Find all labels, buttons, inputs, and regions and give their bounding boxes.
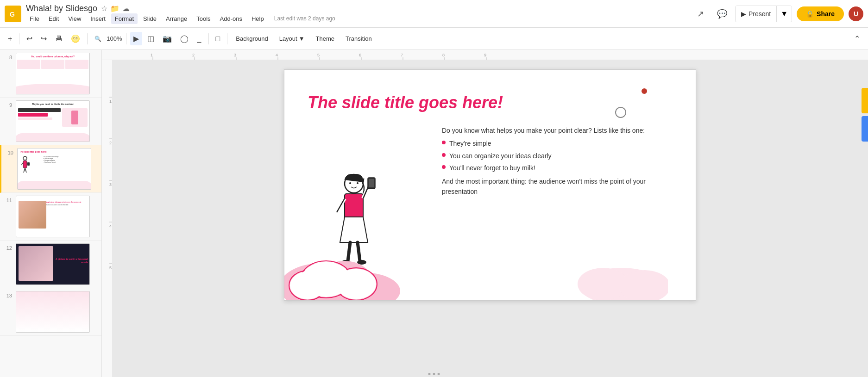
slide-thumb-13[interactable]: 13 [0,288,101,336]
svg-line-4 [24,168,25,173]
zoom-out-btn[interactable]: 🔍 [91,33,105,44]
present-dropdown-btn[interactable]: ▼ [777,6,792,22]
slide-num-12: 12 [4,243,12,251]
share-button[interactable]: 🔒 Share [797,6,844,21]
star-icon[interactable]: ☆ [101,4,107,13]
menu-format[interactable]: Format [111,13,138,24]
slide-canvas[interactable]: The slide title goes here! [284,69,696,301]
shape-tool[interactable]: ◯ [177,32,192,45]
print-btn[interactable]: 🖶 [52,32,66,45]
slide10-title: The slide title goes here! [18,148,91,155]
text-box-tool[interactable]: ◫ [144,32,157,45]
add-btn[interactable]: + [5,32,15,45]
slide9-bar3 [18,117,52,120]
slide-thumb-11[interactable]: 11 A picture always reinforces the conce… [0,193,101,241]
slide-num-10: 10 [5,148,13,155]
sep-4 [208,33,209,44]
slide11-body: Some text content here for the slide [46,204,87,206]
svg-text:3: 3 [109,182,112,187]
menu-help[interactable]: Help [248,13,268,24]
theme-btn[interactable]: Theme [311,33,339,44]
col1 [17,60,40,69]
nav-dot-1[interactable] [428,373,431,375]
menu-insert[interactable]: Insert [87,13,109,24]
side-tab-blue[interactable] [862,116,868,142]
ruler-h-svg: 1 2 3 4 5 6 7 8 9 [102,50,868,60]
ruler-horizontal: 1 2 3 4 5 6 7 8 9 [102,50,868,60]
line-tool[interactable]: ⎯ [194,32,205,45]
menu-file[interactable]: File [26,13,43,24]
cloud-icon[interactable]: ☁ [122,4,130,13]
transition-btn[interactable]: Transition [341,33,377,44]
slide-preview-13 [16,291,90,333]
slide-num-11: 11 [4,196,12,203]
menu-addons[interactable]: Add-ons [216,13,246,24]
slide9-right [62,108,88,127]
slide-thumb-12[interactable]: 12 A picture is worth a thousand words [0,241,101,288]
slide10-figure-svg [19,156,31,174]
side-tab-yellow[interactable] [862,88,868,113]
svg-text:G: G [10,11,15,18]
menu-tools[interactable]: Tools [193,13,214,24]
slide-thumb-10[interactable]: 10 The slide title goes here! [0,145,101,193]
folder-icon[interactable]: 📁 [110,4,120,13]
svg-rect-8 [27,162,30,166]
comment-tool[interactable]: □ [213,32,224,45]
slide-nav-dots [428,373,440,375]
menu-slide[interactable]: Slide [139,13,160,24]
paint-format-btn[interactable]: 🌝 [68,32,83,45]
slide9-bar1 [18,108,61,112]
layout-btn[interactable]: Layout ▼ [275,33,309,44]
slide-num-13: 13 [4,291,12,298]
bullet-dot-1 [442,141,446,144]
nav-dot-3[interactable] [438,373,440,375]
background-btn[interactable]: Background [231,33,272,44]
slide12-right: A picture is worth a thousand words [53,258,88,264]
col2 [41,60,64,69]
doc-title-area: Whala! by Slidesgo ☆ 📁 ☁ File Edit View … [26,4,688,24]
bullet-dot-3 [442,165,446,169]
slide8-cloud [16,84,90,94]
svg-rect-42 [345,194,363,219]
slide-text-area[interactable]: Do you know what helps you make your poi… [442,125,673,199]
menu-arrange[interactable]: Arrange [162,13,191,24]
svg-line-44 [337,198,345,212]
nav-dot-2[interactable] [433,373,435,375]
svg-text:2: 2 [192,53,195,57]
slide-title[interactable]: The slide title goes here! [308,93,503,112]
svg-text:3: 3 [234,53,236,57]
slide-thumb-8[interactable]: 8 You could use three columns, why not? [0,50,101,98]
svg-text:8: 8 [442,53,445,57]
slide9-layout [16,107,89,128]
menu-edit[interactable]: Edit [45,13,63,24]
collapse-panel-btn[interactable]: ⌃ [851,32,863,45]
undo-btn[interactable]: ↩ [23,32,36,45]
svg-text:4: 4 [276,53,278,57]
slide-preview-11: A picture always reinforces the concept … [16,196,90,237]
slide10-cloud [17,181,91,189]
present-main-btn[interactable]: ▶ Present [736,6,777,22]
canvas-with-ruler: 1 2 3 4 5 The slide title goes here! [102,60,868,377]
svg-text:4: 4 [109,224,112,229]
svg-text:5: 5 [109,266,112,270]
slide10-text: Do you know what helps... • They're simp… [44,156,89,176]
svg-text:7: 7 [401,53,403,57]
slide-thumb-9[interactable]: 9 Maybe you need to divide the content [0,98,101,145]
slide-outro-text: And the most important thing: the audien… [442,176,673,197]
doc-title-text: Whala! by Slidesgo [26,4,97,13]
slide-panel: 8 You could use three columns, why not? … [0,50,102,377]
menu-view[interactable]: View [64,13,85,24]
trend-icon-btn[interactable]: ↗ [692,6,709,22]
svg-point-2 [23,156,27,160]
top-right-actions: ↗ 💬 ▶ Present ▼ 🔒 Share U [692,6,863,22]
comment-icon-btn[interactable]: 💬 [714,6,730,22]
cursor-tool[interactable]: ▶ [130,32,142,45]
image-tool[interactable]: 📷 [159,32,175,45]
redo-btn[interactable]: ↪ [38,32,50,45]
slide9-figure [71,111,78,124]
top-bar: G Whala! by Slidesgo ☆ 📁 ☁ File Edit Vie… [0,0,868,28]
present-icon: ▶ [741,10,746,18]
menu-bar: File Edit View Insert Format Slide Arran… [26,13,688,24]
user-avatar[interactable]: U [849,6,863,21]
slide9-bar2 [18,113,48,117]
